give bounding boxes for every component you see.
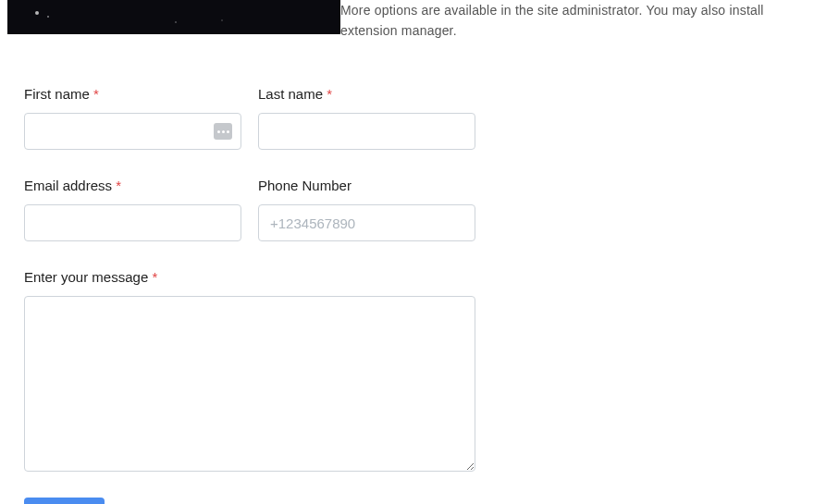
autofill-icon[interactable] <box>214 123 232 140</box>
label-text: Last name <box>258 86 323 102</box>
first-name-group: First name * <box>24 86 241 150</box>
label-text: Email address <box>24 178 112 193</box>
required-star: * <box>152 269 157 285</box>
email-group: Email address * <box>24 178 241 241</box>
required-star: * <box>116 178 121 193</box>
email-input[interactable] <box>24 204 241 241</box>
phone-group: Phone Number <box>258 178 475 241</box>
label-text: First name <box>24 86 90 102</box>
first-name-label: First name * <box>24 86 241 102</box>
last-name-input[interactable] <box>258 113 475 150</box>
message-group: Enter your message * <box>24 269 475 475</box>
intro-text: More options are available in the site a… <box>340 0 810 42</box>
phone-input[interactable] <box>258 204 475 241</box>
label-text: Phone Number <box>258 178 352 193</box>
required-star: * <box>327 86 332 102</box>
submit-button[interactable]: Submit <box>24 498 105 504</box>
last-name-group: Last name * <box>258 86 475 150</box>
hero-image <box>7 0 340 34</box>
message-label: Enter your message * <box>24 269 475 285</box>
phone-label: Phone Number <box>258 178 475 193</box>
required-star: * <box>93 86 99 102</box>
email-label: Email address * <box>24 178 241 193</box>
last-name-label: Last name * <box>258 86 475 102</box>
contact-form: First name * Last name * Email address * <box>0 34 500 504</box>
first-name-input[interactable] <box>24 113 241 150</box>
label-text: Enter your message <box>24 269 148 285</box>
message-textarea[interactable] <box>24 296 475 472</box>
